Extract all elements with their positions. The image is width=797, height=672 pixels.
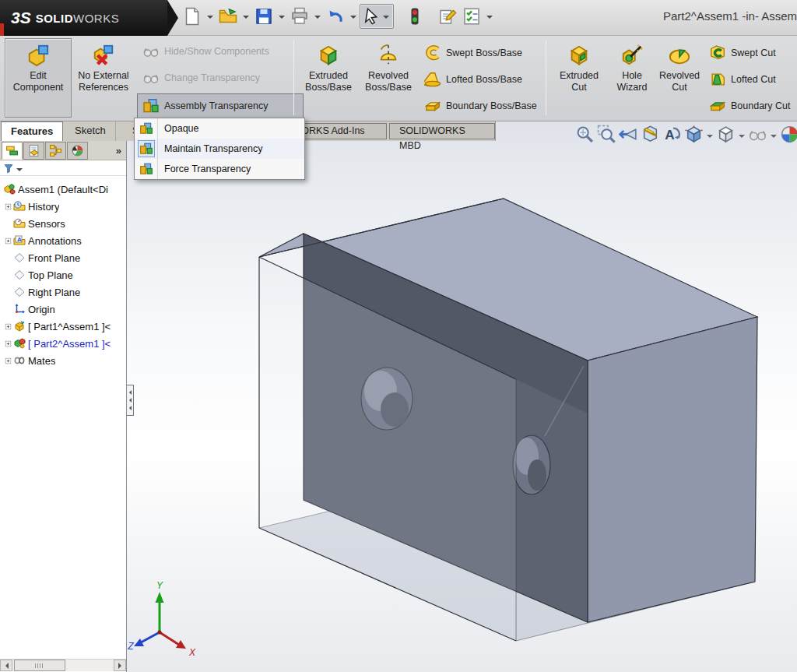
section-view-button[interactable] — [641, 125, 660, 144]
tree-item-annotations[interactable]: Annotations — [0, 232, 126, 249]
view-orientation-caret[interactable] — [707, 135, 713, 141]
swept-boss-button[interactable]: Swept Boss/Base — [419, 42, 543, 64]
expand-plus-icon[interactable] — [5, 357, 12, 364]
open-button[interactable] — [216, 4, 240, 29]
expand-plus-icon[interactable] — [5, 203, 12, 210]
dimxpertmanager-icon — [71, 144, 84, 157]
scrollbar-thumb[interactable] — [14, 660, 65, 671]
menu-item-maintain-transparency[interactable]: Maintain Transparency — [135, 139, 304, 159]
save-button[interactable] — [252, 4, 276, 29]
comment-button[interactable] — [436, 4, 459, 29]
select-button[interactable] — [360, 4, 394, 29]
document-title: Part2^Assem1 -in- Assem — [663, 9, 797, 25]
lofted-boss-button[interactable]: Lofted Boss/Base — [419, 69, 543, 90]
zoom-to-fit-button[interactable] — [575, 125, 595, 144]
menu-item-force-transparency[interactable]: Force Transparency — [135, 159, 304, 179]
boundary-cut-button[interactable]: Boundary Cut — [704, 95, 795, 117]
featuremanager-tab[interactable] — [2, 142, 23, 160]
open-folder-icon — [219, 7, 237, 26]
hole-wizard-button[interactable]: Hole Wizard — [609, 38, 655, 118]
lofted-cut-button[interactable]: Lofted Cut — [704, 69, 795, 90]
panel-splitter-handle[interactable] — [127, 385, 134, 416]
tab-sketch[interactable]: Sketch — [65, 121, 116, 141]
tree-item-origin[interactable]: Origin — [0, 301, 126, 318]
panel-horizontal-scrollbar[interactable] — [0, 659, 126, 671]
new-document-button[interactable] — [181, 4, 204, 29]
dimxpertmanager-tab[interactable] — [67, 142, 88, 160]
tree-item-front-plane[interactable]: Front Plane — [0, 249, 126, 266]
revolved-boss-button[interactable]: Revolved Boss/Base — [360, 38, 417, 118]
view-orientation-button[interactable] — [684, 125, 704, 144]
solidworks-logo: 3S SOLID WORKS — [0, 0, 167, 36]
scroll-left-arrow[interactable] — [0, 660, 12, 671]
revolved-cut-button[interactable]: Revolved Cut — [657, 38, 702, 118]
boundary-boss-icon — [424, 97, 441, 114]
select-dropdown-caret[interactable] — [383, 16, 389, 22]
tree-item-history[interactable]: History — [0, 198, 126, 215]
lofted-boss-label: Lofted Boss/Base — [446, 74, 522, 85]
rotate-view-button[interactable] — [662, 125, 682, 144]
hide-show-items-caret[interactable] — [771, 135, 777, 141]
undo-dropdown-caret[interactable] — [350, 16, 356, 22]
previous-view-button[interactable] — [619, 125, 638, 144]
revolved-cut-label: Revolved Cut — [658, 70, 701, 93]
undo-button[interactable] — [324, 4, 347, 29]
assembly-transparency-icon — [142, 97, 160, 114]
display-style-button[interactable] — [716, 125, 736, 144]
tree-item-sensors[interactable]: Sensors — [0, 215, 126, 232]
assembly-transparency-label: Assembly Transparency — [164, 100, 268, 111]
tree-item-part2-edited[interactable]: [ Part2^Assem1 ]< — [0, 335, 126, 352]
scroll-right-arrow[interactable] — [114, 660, 126, 671]
no-external-references-button[interactable]: No External References — [75, 38, 132, 118]
headsup-view-toolbar — [575, 125, 797, 144]
hole-2[interactable] — [513, 435, 550, 494]
tab-features[interactable]: Features — [1, 121, 63, 141]
assembly-icon — [3, 183, 16, 195]
display-style-caret[interactable] — [739, 135, 745, 141]
graphics-viewport[interactable]: Y X Z — [127, 121, 797, 672]
logo-brand-bold: SOLID — [36, 12, 73, 25]
tree-item-right-plane[interactable]: Right Plane — [0, 283, 126, 301]
assembly-transparency-button[interactable]: Assembly Transparency — [137, 93, 304, 118]
boundary-boss-button[interactable]: Boundary Boss/Base — [419, 95, 543, 117]
tab-solidworks-mbd[interactable]: SOLIDWORKS MBD — [389, 123, 495, 139]
design-checklist-button[interactable] — [460, 4, 483, 29]
print-dropdown-caret[interactable] — [314, 16, 321, 22]
open-dropdown-caret[interactable] — [243, 16, 249, 22]
boundary-cut-icon — [709, 97, 726, 114]
hide-show-items-button[interactable] — [748, 125, 767, 144]
swept-cut-button[interactable]: Swept Cut — [704, 42, 795, 64]
assembly-transparency-menu: Opaque Maintain Transparency Force Trans… — [134, 118, 305, 180]
menu-item-opaque[interactable]: Opaque — [135, 118, 304, 139]
model-scene[interactable]: Y X Z — [127, 121, 797, 672]
print-button[interactable] — [288, 4, 311, 29]
tree-item-assembly-root[interactable]: Assem1 (Default<Di — [0, 181, 126, 198]
expand-plus-icon[interactable] — [5, 237, 12, 245]
panel-tab-bar: » — [0, 141, 126, 160]
panel-more-chevron[interactable]: » — [116, 142, 121, 160]
tree-item-top-plane[interactable]: Top Plane — [0, 266, 126, 283]
propertymanager-tab[interactable] — [23, 142, 44, 160]
filter-caret[interactable] — [16, 168, 23, 174]
edit-component-button[interactable]: Edit Component — [5, 38, 72, 118]
expand-plus-icon[interactable] — [5, 340, 12, 347]
checklist-dropdown-caret[interactable] — [486, 16, 493, 22]
extruded-boss-button[interactable]: Extruded Boss/Base — [299, 38, 358, 118]
tree-item-mates[interactable]: Mates — [0, 352, 126, 369]
tree-item-part1[interactable]: [ Part1^Assem1 ]< — [0, 318, 126, 335]
revolved-cut-icon — [668, 44, 691, 67]
appearance-button[interactable] — [780, 125, 797, 144]
new-dropdown-caret[interactable] — [207, 16, 213, 22]
hole-wizard-label: Hole Wizard — [609, 70, 655, 93]
menu-flyout-arrow[interactable] — [167, 0, 178, 36]
box-right-face[interactable] — [588, 317, 757, 622]
tree-filter-bar[interactable] — [0, 160, 126, 176]
appearance-sphere-icon — [780, 125, 797, 144]
extruded-cut-button[interactable]: Extruded Cut — [551, 38, 607, 118]
plane-icon — [13, 269, 26, 281]
save-dropdown-caret[interactable] — [279, 16, 285, 22]
zoom-to-area-button[interactable] — [597, 125, 616, 144]
expand-plus-icon[interactable] — [5, 323, 12, 330]
configurationmanager-tab[interactable] — [45, 142, 66, 160]
traffic-light-button[interactable] — [403, 4, 427, 29]
